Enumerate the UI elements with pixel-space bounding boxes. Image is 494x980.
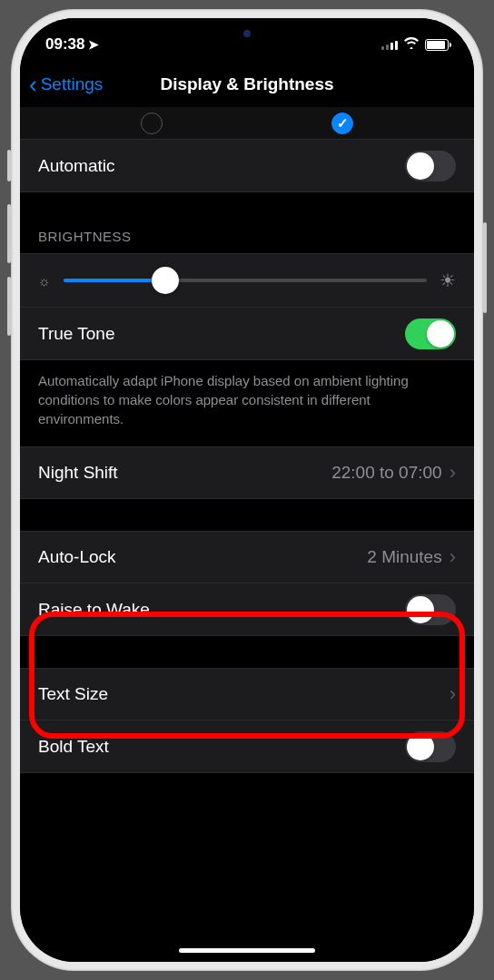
true-tone-row[interactable]: True Tone xyxy=(20,308,474,360)
brightness-slider-row: ☼ ☀ xyxy=(20,253,474,308)
auto-lock-row[interactable]: Auto-Lock 2 Minutes › xyxy=(20,531,474,583)
nav-bar: ‹ Settings Display & Brightness xyxy=(20,62,474,107)
automatic-toggle[interactable] xyxy=(405,151,456,181)
night-shift-row[interactable]: Night Shift 22:00 to 07:00 › xyxy=(20,446,474,499)
bold-text-toggle[interactable] xyxy=(405,731,456,762)
true-tone-label: True Tone xyxy=(38,324,405,344)
brightness-high-icon: ☀ xyxy=(440,270,456,291)
text-size-row[interactable]: Text Size › xyxy=(20,668,474,720)
appearance-selector xyxy=(20,107,474,140)
appearance-light-radio[interactable] xyxy=(141,113,163,134)
raise-to-wake-toggle[interactable] xyxy=(405,594,456,625)
home-indicator[interactable] xyxy=(179,948,315,953)
true-tone-toggle[interactable] xyxy=(405,318,456,349)
bold-text-label: Bold Text xyxy=(38,737,405,757)
auto-lock-label: Auto-Lock xyxy=(38,547,367,567)
wifi-icon xyxy=(403,36,420,53)
chevron-right-icon: › xyxy=(450,545,456,569)
brightness-low-icon: ☼ xyxy=(38,273,51,289)
back-button[interactable]: ‹ Settings xyxy=(29,73,103,96)
true-tone-note: Automatically adapt iPhone display based… xyxy=(20,360,474,446)
raise-to-wake-label: Raise to Wake xyxy=(38,600,405,620)
bold-text-row[interactable]: Bold Text xyxy=(20,720,474,773)
raise-to-wake-row[interactable]: Raise to Wake xyxy=(20,583,474,636)
battery-icon xyxy=(425,39,449,51)
cellular-icon xyxy=(381,39,398,50)
location-icon: ➤ xyxy=(88,37,99,52)
chevron-left-icon: ‹ xyxy=(29,73,37,96)
automatic-label: Automatic xyxy=(38,156,405,176)
text-size-label: Text Size xyxy=(38,684,450,704)
automatic-row[interactable]: Automatic xyxy=(20,140,474,192)
brightness-header: BRIGHTNESS xyxy=(20,192,474,253)
night-shift-label: Night Shift xyxy=(38,463,331,483)
brightness-slider[interactable] xyxy=(64,279,427,282)
page-title: Display & Brightness xyxy=(160,74,333,94)
night-shift-value: 22:00 to 07:00 xyxy=(331,463,442,483)
back-label: Settings xyxy=(41,74,104,94)
appearance-dark-radio[interactable] xyxy=(331,113,353,134)
status-time: 09:38 xyxy=(45,35,84,54)
chevron-right-icon: › xyxy=(450,461,456,485)
auto-lock-value: 2 Minutes xyxy=(367,547,441,567)
brightness-slider-thumb[interactable] xyxy=(152,267,179,294)
chevron-right-icon: › xyxy=(450,682,456,706)
